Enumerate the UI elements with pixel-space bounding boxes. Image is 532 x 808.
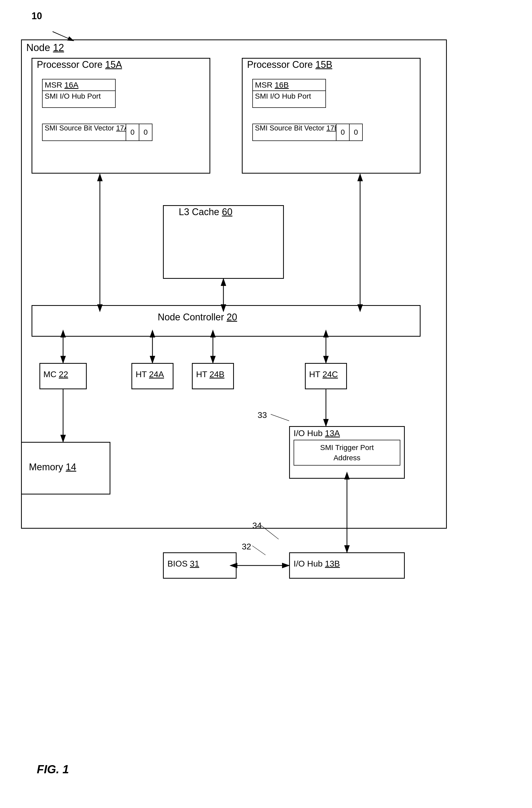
iohub-b-box: I/O Hub 13B [289, 552, 405, 579]
smi-vec-b-cell1: 0 [337, 124, 349, 141]
mc-label: MC 22 [43, 370, 68, 379]
smi-vec-a-cell1: 0 [126, 124, 139, 141]
smi-vec-b-box: SMI Source Bit Vector 17B [252, 124, 337, 141]
msr-b-box: MSR 16B SMI I/O Hub Port [252, 79, 326, 108]
ref-34-label: 34 [252, 521, 262, 531]
smi-vec-b-cell2: 0 [349, 124, 363, 141]
svg-line-18 [252, 546, 265, 555]
smi-vec-a-cell2: 0 [139, 124, 152, 141]
ref-10-label: 10 [32, 11, 42, 22]
proc-core-b-label: Processor Core 15B [247, 59, 332, 70]
smi-vec-a-box: SMI Source Bit Vector 17A [42, 124, 126, 141]
bios-box: BIOS 31 [163, 552, 236, 579]
node-label: Node 12 [26, 42, 64, 53]
ref-33-label: 33 [258, 410, 267, 420]
iohub-a-box: I/O Hub 13A SMI Trigger Port Address [289, 426, 405, 479]
l3-cache-label: L3 Cache 60 [179, 206, 232, 218]
ref-32-label: 32 [242, 542, 251, 552]
node-ctrl-label: Node Controller 20 [158, 312, 237, 323]
proc-core-a-box [32, 58, 210, 173]
memory-label: Memory 14 [29, 462, 76, 473]
proc-core-a-label: Processor Core 15A [37, 59, 122, 70]
fig-label: FIG. 1 [37, 763, 69, 776]
diagram-container: 10 Node 12 Processor Core 15A MSR 16A SM… [0, 0, 532, 808]
ht-a-label: HT 24A [136, 370, 164, 379]
ht-c-label: HT 24C [309, 370, 338, 379]
msr-a-box: MSR 16A SMI I/O Hub Port [42, 79, 116, 108]
proc-core-b-box [242, 58, 421, 173]
ht-b-label: HT 24B [196, 370, 225, 379]
